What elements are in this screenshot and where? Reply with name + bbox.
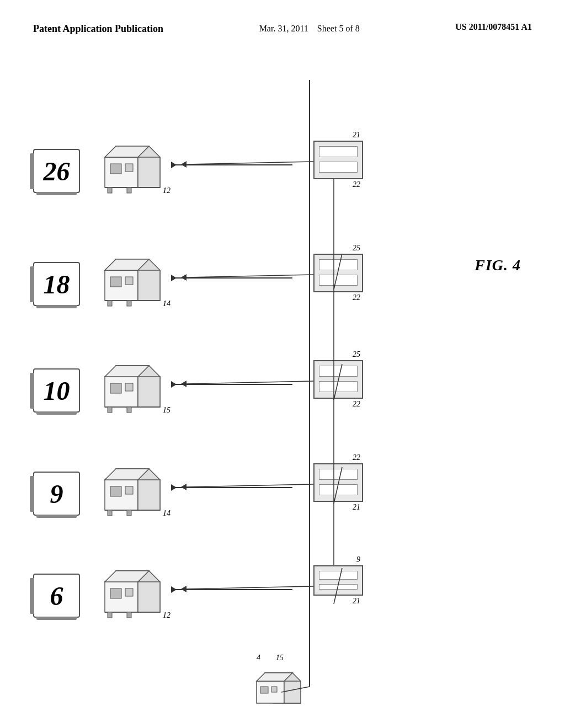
ref-25-row3: 25 <box>353 350 360 359</box>
arrow-row5 <box>171 589 292 590</box>
box-3d-row2 <box>97 254 168 314</box>
svg-rect-44 <box>110 588 121 598</box>
svg-rect-24 <box>110 383 121 393</box>
svg-rect-18 <box>108 301 112 306</box>
ref-4-bottom: 4 <box>257 654 260 662</box>
row-26: 26 <box>33 141 463 201</box>
ref-15-bottom: 15 <box>276 654 284 662</box>
svg-marker-43 <box>138 582 160 612</box>
svg-rect-39 <box>127 510 131 516</box>
box-svg-row4 <box>97 463 168 524</box>
svg-rect-5 <box>125 164 133 172</box>
svg-rect-25 <box>125 383 133 391</box>
num-box-18: 18 <box>33 262 80 306</box>
num-text-10: 10 <box>44 376 70 406</box>
publication-label: Patent Application Publication <box>33 22 163 36</box>
num-box-10: 10 <box>33 368 80 413</box>
svg-marker-3 <box>138 157 160 188</box>
conn-rect-row4 <box>313 463 363 502</box>
svg-rect-45 <box>125 588 133 596</box>
conn-inner-top-2 <box>319 259 358 270</box>
conn-rect-row1 <box>313 141 363 179</box>
box-3d-row3 <box>97 360 168 421</box>
conn-rect-row2 <box>313 254 363 292</box>
box-svg-row1 <box>97 141 168 201</box>
ref-14-row2: 14 <box>163 298 170 308</box>
num-text-6: 6 <box>50 581 63 611</box>
ref-22-row3: 22 <box>353 400 360 409</box>
conn-inner-bot <box>319 162 358 173</box>
conn-rect-row5 <box>313 565 363 596</box>
arrow-row4 <box>171 487 292 488</box>
ref-22-row2: 22 <box>353 293 360 302</box>
num-box-9: 9 <box>33 472 80 516</box>
num-text-9: 9 <box>50 479 63 509</box>
ref-12-row5: 12 <box>163 610 170 620</box>
svg-rect-34 <box>110 486 121 496</box>
svg-rect-14 <box>110 277 121 287</box>
ref-22-row1: 22 <box>353 180 360 189</box>
conn-inner-top <box>319 146 358 157</box>
box-3d-row5 <box>97 565 168 626</box>
row-6: 6 12 <box>33 565 463 626</box>
svg-rect-35 <box>125 486 133 494</box>
svg-marker-53 <box>284 681 301 703</box>
svg-marker-23 <box>138 377 160 407</box>
conn-inner-bot-2 <box>319 275 358 286</box>
svg-marker-13 <box>138 270 160 301</box>
svg-rect-4 <box>110 164 121 174</box>
ref-14-row4: 14 <box>163 508 170 518</box>
svg-rect-9 <box>127 188 131 193</box>
box-3d-row4 <box>97 463 168 524</box>
connector-row3: 25 22 <box>313 360 363 399</box>
box-svg-row3 <box>97 360 168 421</box>
conn-inner-bot-5 <box>319 584 358 590</box>
svg-marker-33 <box>138 480 160 510</box>
svg-rect-19 <box>127 301 131 306</box>
num-text-18: 18 <box>44 269 70 299</box>
num-box-26: 26 <box>33 149 80 193</box>
figure-label: FIG. 4 <box>475 256 521 274</box>
conn-inner-top-4 <box>319 469 358 480</box>
ref-25-row2: 25 <box>353 244 360 253</box>
arrow-row2 <box>171 277 292 279</box>
bottom-svg <box>248 665 315 720</box>
svg-rect-38 <box>108 510 112 516</box>
ref-21-row4: 21 <box>353 503 360 512</box>
conn-rect-row3 <box>313 360 363 399</box>
date-sheet-label: Mar. 31, 2011 Sheet 5 of 8 <box>259 22 360 35</box>
svg-rect-55 <box>271 687 277 692</box>
svg-rect-54 <box>260 687 268 693</box>
svg-rect-48 <box>108 612 112 618</box>
ref-22-row4: 22 <box>353 453 360 462</box>
conn-inner-bot-4 <box>319 484 358 495</box>
ref-15-row3: 15 <box>163 405 170 415</box>
conn-inner-top-5 <box>319 571 358 580</box>
ref-21-row1: 21 <box>353 131 360 140</box>
connector-row2: 25 22 <box>313 254 363 292</box>
svg-rect-49 <box>127 612 131 618</box>
num-text-26: 26 <box>44 156 70 186</box>
svg-rect-15 <box>125 277 133 285</box>
connector-row1: 21 22 <box>313 141 363 179</box>
box-3d-row1 <box>97 141 168 201</box>
num-box-6: 6 <box>33 574 80 618</box>
patent-number-label: US 2011/0078451 A1 <box>455 22 532 32</box>
row-10: 10 15 <box>33 360 463 421</box>
row-9: 9 14 <box>33 463 463 524</box>
ref-9-row5: 9 <box>356 555 360 564</box>
arrow-row3 <box>171 384 292 385</box>
ref-12-row1: 12 <box>163 185 170 195</box>
figure-area: FIG. 4 26 <box>0 47 565 709</box>
svg-rect-8 <box>108 188 112 193</box>
bottom-device: 4 15 <box>248 665 315 722</box>
arrow-row1 <box>171 164 292 165</box>
ref-21-row5: 21 <box>353 597 360 606</box>
connector-row4: 22 21 <box>313 463 363 502</box>
svg-rect-28 <box>108 407 112 413</box>
svg-rect-29 <box>127 407 131 413</box>
box-svg-row5 <box>97 565 168 626</box>
connector-row5: 9 21 <box>313 565 363 596</box>
box-svg-row2 <box>97 254 168 314</box>
row-18: 18 14 <box>33 254 463 314</box>
